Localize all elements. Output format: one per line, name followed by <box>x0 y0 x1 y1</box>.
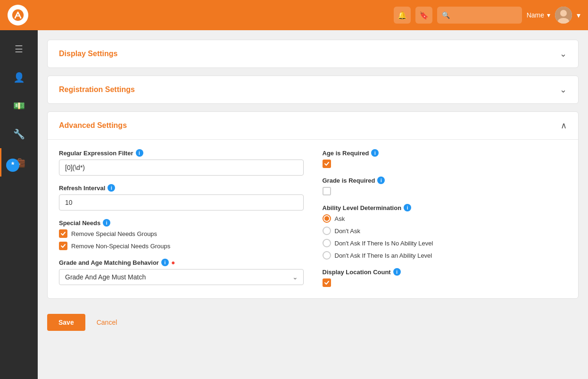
grade-age-select-wrapper: Grade And Age Must Match Grade Or Age Mu… <box>59 269 304 285</box>
save-button[interactable]: Save <box>47 314 85 331</box>
grade-required-label: Grade is Required i <box>323 177 567 184</box>
advanced-settings-header[interactable]: Advanced Settings ∧ <box>48 112 578 139</box>
user-name-label: Name <box>527 11 544 19</box>
wrench-icon: 🔧 <box>13 128 25 140</box>
radio-dont-ask-row[interactable]: Don't Ask <box>323 227 567 235</box>
radio-dont-ask-an-level-row[interactable]: Don't Ask If There Is an Ability Level <box>323 251 567 260</box>
radio-dont-ask-no-level-label: Don't Ask If There Is No Ability Level <box>335 240 433 247</box>
age-required-info-icon[interactable]: i <box>371 149 379 157</box>
bookmark-button[interactable]: 🔖 <box>415 7 432 24</box>
refresh-interval-label: Refresh Interval i <box>59 184 304 192</box>
notification-button[interactable]: 🔔 <box>394 7 411 24</box>
display-location-count-label: Display Location Count i <box>323 268 567 276</box>
registration-settings-header[interactable]: Registration Settings ⌄ <box>48 76 578 103</box>
special-needs-checkboxes: Remove Special Needs Groups Remove Non-S… <box>59 229 304 250</box>
advanced-settings-title: Advanced Settings <box>59 121 127 130</box>
ability-level-group: Ability Level Determination i Ask <box>323 204 567 260</box>
avatar-dropdown-icon: ▾ <box>577 11 580 20</box>
footer-actions: Save Cancel <box>47 306 579 331</box>
registration-settings-title: Registration Settings <box>59 85 135 94</box>
cancel-button[interactable]: Cancel <box>91 314 123 331</box>
age-required-checkbox[interactable] <box>323 160 331 168</box>
search-icon: 🔍 <box>442 11 450 19</box>
grade-age-matching-group: Grade and Age Matching Behavior i ● Grad… <box>59 259 304 285</box>
grade-age-select[interactable]: Grade And Age Must Match Grade Or Age Mu… <box>59 269 304 285</box>
registration-settings-card: Registration Settings ⌄ <box>47 76 579 104</box>
refresh-interval-info-icon[interactable]: i <box>108 184 115 192</box>
regex-filter-input[interactable] <box>59 160 304 176</box>
radio-ask-inner <box>324 216 329 221</box>
remove-non-special-needs-label: Remove Non-Special Needs Groups <box>71 243 170 250</box>
svg-point-2 <box>560 10 567 17</box>
sidebar-item-wrench[interactable]: 🔧 <box>0 120 38 148</box>
age-required-group: Age is Required i <box>323 149 567 168</box>
remove-special-needs-checkbox[interactable] <box>59 229 67 238</box>
remove-special-needs-row[interactable]: Remove Special Needs Groups <box>59 229 304 238</box>
display-settings-chevron: ⌄ <box>560 49 567 59</box>
avatar[interactable] <box>555 7 572 24</box>
radio-dont-ask-no-level-row[interactable]: Don't Ask If There Is No Ability Level <box>323 239 567 247</box>
registration-settings-chevron: ⌄ <box>560 84 567 95</box>
grade-required-group: Grade is Required i <box>323 177 567 195</box>
display-location-count-row[interactable] <box>323 278 567 287</box>
special-needs-label: Special Needs i <box>59 219 304 227</box>
grade-required-row[interactable] <box>323 187 567 195</box>
display-location-count-group: Display Location Count i <box>323 268 567 287</box>
refresh-interval-input[interactable] <box>59 194 304 211</box>
right-column: Age is Required i <box>323 149 567 287</box>
radio-ask[interactable] <box>323 214 331 223</box>
display-settings-card: Display Settings ⌄ <box>47 40 579 68</box>
top-navigation: 🔔 🔖 🔍 Name ▾ ▾ <box>0 0 588 30</box>
display-settings-title: Display Settings <box>59 50 117 58</box>
grade-age-matching-label: Grade and Age Matching Behavior i ● <box>59 259 304 266</box>
radio-ask-row[interactable]: Ask <box>323 214 567 223</box>
sidebar-item-dollar[interactable]: 💵 <box>0 92 38 120</box>
grade-required-info-icon[interactable]: i <box>377 177 385 184</box>
special-needs-group: Special Needs i Remove Special Needs Gro… <box>59 219 304 250</box>
app-logo[interactable] <box>8 5 28 25</box>
advanced-settings-chevron: ∧ <box>561 120 567 131</box>
grade-required-checkbox[interactable] <box>323 187 331 195</box>
radio-dont-ask-an-level[interactable] <box>323 251 331 260</box>
grade-age-required-dot: ● <box>171 259 175 266</box>
svg-point-0 <box>12 9 24 21</box>
grade-age-matching-info-icon[interactable]: i <box>161 259 169 266</box>
age-required-row[interactable] <box>323 160 567 168</box>
radio-dont-ask[interactable] <box>323 227 331 235</box>
regex-filter-info-icon[interactable]: i <box>136 149 143 157</box>
remove-special-needs-label: Remove Special Needs Groups <box>71 230 157 237</box>
refresh-interval-group: Refresh Interval i <box>59 184 304 211</box>
left-column: Regular Expression Filter i Refresh Inte… <box>59 149 304 287</box>
advanced-settings-body: Regular Expression Filter i Refresh Inte… <box>48 139 578 298</box>
documents-icon: ☰ <box>15 43 23 55</box>
display-location-count-checkbox[interactable] <box>323 278 331 287</box>
search-bar[interactable]: 🔍 <box>437 7 522 24</box>
asterisk-badge: * <box>6 159 19 172</box>
radio-ask-label: Ask <box>335 215 345 222</box>
sidebar: ☰ 👤 💵 🔧 💼 * <box>0 30 38 379</box>
sidebar-item-documents[interactable]: ☰ <box>0 35 38 63</box>
ability-level-info-icon[interactable]: i <box>404 204 411 211</box>
regex-filter-group: Regular Expression Filter i <box>59 149 304 176</box>
advanced-settings-card: Advanced Settings ∧ Regular Expression F… <box>47 111 579 299</box>
dollar-icon: 💵 <box>13 100 25 111</box>
display-settings-header[interactable]: Display Settings ⌄ <box>48 40 578 67</box>
main-content: Display Settings ⌄ Registration Settings… <box>38 30 588 379</box>
radio-dont-ask-label: Don't Ask <box>335 227 361 235</box>
display-location-count-info-icon[interactable]: i <box>393 268 401 276</box>
user-dropdown-icon: ▾ <box>547 11 550 19</box>
radio-dont-ask-an-level-label: Don't Ask If There Is an Ability Level <box>335 252 432 259</box>
regex-filter-label: Regular Expression Filter i <box>59 149 304 157</box>
sidebar-item-person[interactable]: 👤 <box>0 63 38 92</box>
person-icon: 👤 <box>13 72 25 83</box>
remove-non-special-needs-checkbox[interactable] <box>59 242 67 250</box>
remove-non-special-needs-row[interactable]: Remove Non-Special Needs Groups <box>59 242 304 250</box>
special-needs-info-icon[interactable]: i <box>103 219 110 227</box>
ability-level-radio-group: Ask Don't Ask Don't Ask If There Is No A… <box>323 214 567 260</box>
sidebar-item-briefcase[interactable]: 💼 * <box>0 148 38 177</box>
radio-dont-ask-no-level[interactable] <box>323 239 331 247</box>
age-required-label: Age is Required i <box>323 149 567 157</box>
ability-level-label: Ability Level Determination i <box>323 204 567 211</box>
user-menu[interactable]: Name ▾ <box>527 11 550 19</box>
